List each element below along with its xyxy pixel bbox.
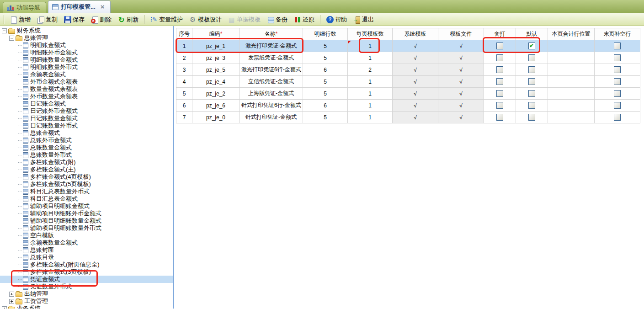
table-row[interactable]: 3pz_je_5激光打印凭证6行-金额式62√√	[176, 64, 640, 76]
cell-overlay[interactable]	[484, 88, 516, 100]
tree-item[interactable]: 多栏账金额式(4页模板)	[0, 173, 173, 181]
cell-per_page[interactable]: 2	[348, 64, 393, 76]
table-row[interactable]: 6pz_je_6针式打印凭证6行-金额式61√√	[176, 100, 640, 112]
cell-detail_rows[interactable]: 6	[303, 64, 348, 76]
toolbar-button-exit[interactable]: 退出	[351, 14, 377, 25]
tree-item[interactable]: 总账外币金额式	[0, 137, 173, 144]
cell-code[interactable]: pz_je_3	[192, 52, 240, 64]
column-header-per_page[interactable]: 每页模板数	[348, 28, 393, 40]
column-header-overlay[interactable]: 套打	[484, 28, 516, 40]
checkbox-overlay-unchecked[interactable]	[496, 54, 503, 61]
cell-default[interactable]	[516, 100, 548, 112]
tree-item[interactable]: 总账封面	[0, 246, 173, 254]
tree-item[interactable]: 空白模版	[0, 232, 173, 239]
tree-item[interactable]: 多栏账金额式(3页模板)	[0, 268, 173, 276]
cell-code[interactable]: pz_je_4	[192, 76, 240, 88]
cell-fill_blank[interactable]	[595, 100, 640, 112]
tree-item[interactable]: 数量金额式余额表	[0, 85, 173, 93]
checkbox-default-checked[interactable]	[528, 43, 535, 49]
cell-total_pos[interactable]	[548, 100, 595, 112]
cell-seq[interactable]: 1	[176, 40, 192, 52]
checkbox-fill_blank-unchecked[interactable]	[614, 102, 621, 109]
checkbox-default-unchecked[interactable]	[528, 90, 535, 97]
cell-total_pos[interactable]	[548, 88, 595, 100]
cell-fill_blank[interactable]	[595, 76, 640, 88]
cell-default[interactable]	[516, 88, 548, 100]
toolbar-button-backup[interactable]: 备份	[264, 14, 290, 25]
tree-item[interactable]: 日记账数量外币式	[0, 122, 173, 129]
table-row[interactable]: 7pz_je_0针式打印凭证-金额式51√√	[176, 112, 640, 123]
tree-item[interactable]: 总账目录	[0, 254, 173, 261]
tree-item[interactable]: 多栏账金额式(主)	[0, 166, 173, 173]
cell-overlay[interactable]	[484, 112, 516, 123]
cell-name[interactable]: 针式打印凭证6行-金额式	[240, 100, 303, 112]
tree-item[interactable]: 明细账金额式	[0, 42, 173, 49]
cell-name[interactable]: 激光打印凭证6行-金额式	[240, 64, 303, 76]
tab-print-template-manager[interactable]: 打印模板管...×	[48, 0, 111, 13]
cell-seq[interactable]: 7	[176, 112, 192, 123]
checkbox-default-unchecked[interactable]	[528, 66, 535, 73]
cell-default[interactable]	[516, 112, 548, 123]
cell-fill_blank[interactable]	[595, 52, 640, 64]
cell-seq[interactable]: 6	[176, 100, 192, 112]
tree-item[interactable]: 业务系统	[0, 305, 173, 309]
expand-plus-icon[interactable]	[9, 299, 14, 304]
expand-plus-icon[interactable]	[2, 306, 7, 309]
expand-plus-icon[interactable]	[9, 292, 14, 297]
toolbar-button-help[interactable]: 帮助	[324, 14, 350, 25]
toolbar-button-delete[interactable]: 删除	[88, 14, 114, 25]
cell-overlay[interactable]	[484, 64, 516, 76]
cell-name[interactable]: 立信纸凭证-金额式	[240, 76, 303, 88]
cell-code[interactable]: pz_je_1	[192, 40, 240, 52]
cell-total_pos[interactable]	[548, 40, 595, 52]
tree-item[interactable]: 多栏账金额式(附)	[0, 159, 173, 166]
tree-item[interactable]: 多栏账金额式(5页模板)	[0, 181, 173, 188]
cell-default[interactable]	[516, 64, 548, 76]
cell-code[interactable]: pz_je_0	[192, 112, 240, 123]
tree-item[interactable]: 多栏账金额式(附页信息全)	[0, 261, 173, 268]
cell-default[interactable]	[516, 40, 548, 52]
cell-detail_rows[interactable]: 5	[303, 88, 348, 100]
column-header-code[interactable]: 编码*	[192, 28, 240, 40]
cell-total_pos[interactable]	[548, 112, 595, 123]
cell-fill_blank[interactable]	[595, 112, 640, 123]
checkbox-overlay-unchecked[interactable]	[496, 78, 503, 85]
tree-item[interactable]: 总账金额式	[0, 129, 173, 137]
checkbox-fill_blank-unchecked[interactable]	[614, 114, 621, 121]
table-row[interactable]: 5pz_je_2上海版凭证-金额式51√√	[176, 88, 640, 100]
tree-item[interactable]: 总账数量外币式	[0, 151, 173, 159]
table-row[interactable]: 4pz_je_4立信纸凭证-金额式51√√	[176, 76, 640, 88]
checkbox-fill_blank-unchecked[interactable]	[614, 43, 621, 49]
close-icon[interactable]: ×	[101, 4, 105, 10]
cell-overlay[interactable]	[484, 100, 516, 112]
column-header-fill_blank[interactable]: 末页补空行	[595, 28, 640, 40]
tree-item[interactable]: 外币金额式余额表	[0, 78, 173, 85]
cell-per_page[interactable]: 1	[348, 88, 393, 100]
toolbar-button-design[interactable]: 模板设计	[186, 14, 224, 25]
tree-item[interactable]: 财务系统	[0, 27, 173, 34]
cell-detail_rows[interactable]: 5	[303, 76, 348, 88]
cell-fill_blank[interactable]	[595, 88, 640, 100]
tree-item[interactable]: 凭证数量外币式	[0, 283, 173, 290]
tree-item[interactable]: 辅助项目明细账数量外币式	[0, 224, 173, 232]
tree-item[interactable]: 余额表金额式	[0, 71, 173, 78]
toolbar-button-save[interactable]: 保存	[61, 14, 87, 25]
cell-detail_rows[interactable]: 5	[303, 40, 348, 52]
checkbox-overlay-unchecked[interactable]	[496, 102, 503, 109]
tree-item[interactable]: 日记账外币金额式	[0, 107, 173, 115]
tree-item[interactable]: 日记账数量金额式	[0, 115, 173, 122]
collapse-minus-icon[interactable]	[9, 36, 14, 41]
cell-overlay[interactable]	[484, 40, 516, 52]
cell-code[interactable]: pz_je_2	[192, 88, 240, 100]
cell-name[interactable]: 上海版凭证-金额式	[240, 88, 303, 100]
tree-item[interactable]: 科目汇总表金额式	[0, 195, 173, 202]
table-row[interactable]: 1pz_je_1激光打印凭证-金额式51√√	[176, 40, 640, 52]
collapse-minus-icon[interactable]	[2, 28, 7, 33]
checkbox-fill_blank-unchecked[interactable]	[614, 66, 621, 73]
checkbox-overlay-unchecked[interactable]	[496, 114, 503, 121]
cell-name[interactable]: 针式打印凭证-金额式	[240, 112, 303, 123]
checkbox-default-unchecked[interactable]	[528, 54, 535, 61]
tree-item[interactable]: 明细账外币金额式	[0, 49, 173, 56]
cell-code[interactable]: pz_je_6	[192, 100, 240, 112]
cell-detail_rows[interactable]: 5	[303, 52, 348, 64]
